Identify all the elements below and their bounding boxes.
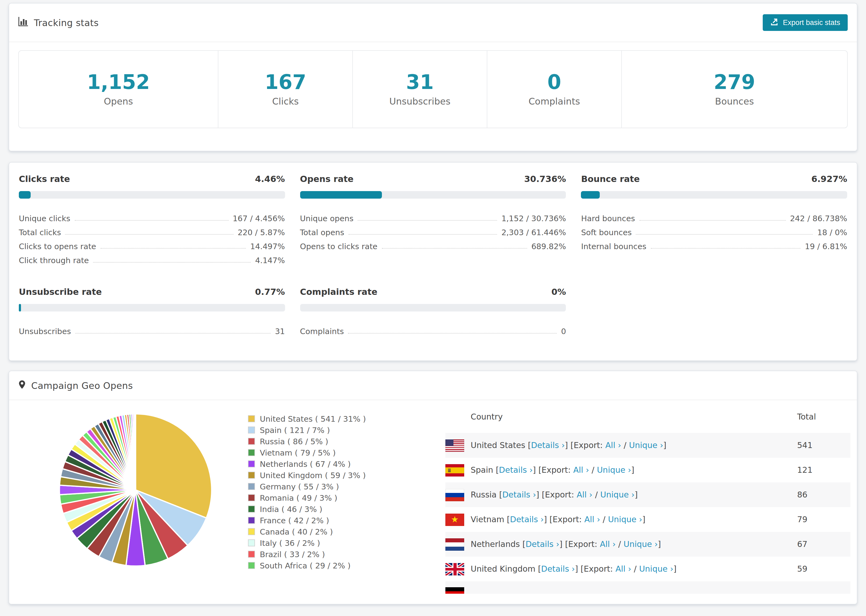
rate-row: Opens to clicks rate689.82% [300,239,566,253]
summary-stat: 0Complaints [487,51,622,128]
rates-grid: Clicks rate4.46%Unique clicks167 / 4.456… [19,174,847,338]
summary-stat: 279Bounces [622,51,847,128]
rate-title: Bounce rate [581,174,640,184]
rate-block: Bounce rate6.927%Hard bounces242 / 86.73… [581,174,847,267]
rate-row-value: 242 / 86.738% [790,214,847,223]
stat-label: Bounces [715,96,754,107]
stat-label: Opens [104,96,133,107]
legend-label: Canada ( 40 / 2% ) [260,527,333,536]
export-all-link[interactable]: All › [600,539,616,549]
details-link[interactable]: Details › [502,490,536,500]
geo-opens-header: Campaign Geo Opens [9,371,857,400]
legend-swatch [248,472,255,479]
rate-rows: Complaints0 [300,324,566,338]
geo-pie-chart [54,409,217,571]
stat-value: 31 [406,72,434,94]
export-unique-link[interactable]: Unique › [600,490,635,500]
link-separator: / [621,440,629,450]
export-unique-link[interactable]: Unique › [608,515,642,524]
summary-stat: 1,152Opens [19,51,219,128]
dotted-leader [382,248,527,248]
link-separator: ] [Export: [559,539,600,549]
legend-label: Russia ( 86 / 5% ) [260,437,328,446]
rate-progress-track [581,191,847,199]
legend-item: Russia ( 86 / 5% ) [248,436,366,447]
rate-value: 0% [551,287,566,297]
export-unique-link[interactable]: Unique › [629,440,663,450]
rate-title: Unsubscribe rate [19,287,102,297]
legend-swatch [248,562,255,569]
details-link[interactable]: Details › [526,539,559,549]
rates-card: Clicks rate4.46%Unique clicks167 / 4.456… [9,162,857,361]
legend-label: Netherlands ( 67 / 4% ) [260,460,351,468]
details-link[interactable]: Details › [531,440,565,450]
export-all-link[interactable]: All › [584,515,600,524]
dotted-leader [358,220,497,221]
table-row: United States [Details ›] [Export: All ›… [446,433,850,458]
total-value: 67 [797,539,850,549]
summary-stats: 1,152Opens167Clicks31Unsubscribes0Compla… [18,50,848,128]
legend-item: United States ( 541 / 31% ) [248,413,366,424]
de-flag-icon [446,587,464,594]
export-unique-link[interactable]: Unique › [639,564,673,574]
legend-swatch [248,483,255,490]
rate-head: Unsubscribe rate0.77% [19,287,285,297]
export-all-link[interactable]: All › [573,465,589,475]
legend-item: Vietnam ( 79 / 5% ) [248,447,366,458]
export-all-link[interactable]: All › [576,490,592,500]
geo-table-rows: United States [Details ›] [Export: All ›… [446,433,850,594]
map-pin-icon [18,379,26,391]
link-separator: [ [493,465,499,475]
legend-item: Brazil ( 33 / 2% ) [248,548,366,560]
stat-value: 1,152 [87,72,150,94]
link-separator: [ [504,515,510,524]
legend-label: Spain ( 121 / 7% ) [260,426,330,434]
country-cell: Spain [Details ›] [Export: All › / Uniqu… [446,464,797,476]
rate-row: Internal bounces19 / 6.81% [581,239,847,253]
table-row: Netherlands [Details ›] [Export: All › /… [446,532,850,556]
rate-row: Unsubscribes31 [19,324,285,338]
column-header-total: Total [797,412,850,421]
rate-row: Soft bounces18 / 0% [581,225,847,239]
rate-row: Unique opens1,152 / 30.736% [300,212,566,225]
rate-progress-track [19,304,285,311]
legend-label: South Africa ( 29 / 2% ) [260,561,351,570]
legend-swatch [248,517,255,524]
table-row: Russia [Details ›] [Export: All › / Uniq… [446,482,850,507]
export-unique-link[interactable]: Unique › [597,465,631,475]
legend-swatch [248,415,255,422]
summary-stat: 167Clicks [219,51,353,128]
pie-slice [135,414,135,490]
rate-progress-track [19,191,285,199]
rate-row-value: 689.82% [531,242,566,251]
export-all-link[interactable]: All › [615,564,631,574]
geo-table: Country Total United States [Details ›] … [446,400,850,594]
geo-table-header: Country Total [446,400,850,433]
rate-row-value: 0 [561,327,566,336]
link-separator: / [616,539,624,549]
link-separator: / [592,490,600,500]
export-unique-link[interactable]: Unique › [624,539,658,549]
details-link[interactable]: Details › [510,515,544,524]
rate-row-label: Click through rate [19,256,89,265]
rate-progress-track [300,304,566,311]
legend-swatch [248,426,255,434]
rate-progress-track [300,191,566,199]
rate-progress-fill [300,191,382,199]
stat-label: Complaints [529,96,580,107]
rate-rows: Unique clicks167 / 4.456%Total clicks220… [19,212,285,267]
column-header-country: Country [471,412,797,421]
export-all-link[interactable]: All › [605,440,621,450]
rate-block: Clicks rate4.46%Unique clicks167 / 4.456… [19,174,285,267]
export-basic-stats-button[interactable]: Export basic stats [763,14,848,31]
link-separator: / [600,515,608,524]
tracking-stats-card: Tracking stats Export basic stats 1,152O… [9,3,857,151]
link-separator: ] [674,564,677,574]
rate-row-label: Internal bounces [581,242,647,251]
details-link[interactable]: Details › [541,564,575,574]
rate-row-label: Complaints [300,327,344,336]
details-link[interactable]: Details › [499,465,533,475]
legend-swatch [248,449,255,456]
country-cell: Vietnam [Details ›] [Export: All › / Uni… [446,513,797,526]
total-value: 86 [797,490,850,500]
